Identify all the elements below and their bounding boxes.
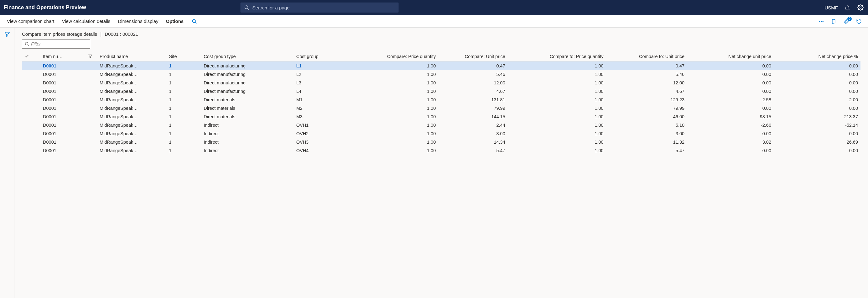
cell-ctup[interactable]: 46.00 (606, 112, 687, 121)
cell-cpq[interactable]: 1.00 (351, 129, 438, 138)
cell-site[interactable]: 1 (167, 146, 202, 155)
cell-cpq[interactable]: 1.00 (351, 78, 438, 87)
cell-ctup[interactable]: 12.00 (606, 78, 687, 87)
cell-site[interactable]: 1 (167, 78, 202, 87)
table-row[interactable]: D0001MidRangeSpeak…1Direct materialsM21.… (22, 104, 861, 112)
col-cost-group[interactable]: Cost group (294, 52, 352, 61)
cell-ncp[interactable]: 0.00 (774, 70, 861, 78)
cell-cg[interactable]: L2 (294, 70, 352, 78)
cell-site[interactable]: 1 (167, 70, 202, 78)
cell-site[interactable]: 1 (167, 138, 202, 146)
cell-cgt[interactable]: Indirect (201, 146, 293, 155)
cell-ctpq[interactable]: 1.00 (508, 112, 606, 121)
table-row[interactable]: D0001MidRangeSpeak…1IndirectOVH11.002.44… (22, 121, 861, 129)
cell-cpq[interactable]: 1.00 (351, 70, 438, 78)
cell-item[interactable]: D0001 (40, 78, 86, 87)
cell-item[interactable]: D0001 (40, 61, 86, 70)
row-selector[interactable] (22, 112, 40, 121)
cell-product[interactable]: MidRangeSpeak… (97, 112, 167, 121)
col-compare-to-price-qty[interactable]: Compare to: Price quantity (508, 52, 606, 61)
cell-item[interactable]: D0001 (40, 87, 86, 96)
cell-cup[interactable]: 3.00 (438, 129, 508, 138)
row-selector[interactable] (22, 121, 40, 129)
cell-nc[interactable]: 0.00 (687, 146, 774, 155)
row-selector[interactable] (22, 129, 40, 138)
select-all-header[interactable] (22, 52, 40, 61)
cell-cup[interactable]: 4.67 (438, 87, 508, 96)
cell-ctpq[interactable]: 1.00 (508, 121, 606, 129)
cell-item[interactable]: D0001 (40, 96, 86, 104)
cell-nc[interactable]: 0.00 (687, 129, 774, 138)
cell-ncp[interactable]: 213.37 (774, 112, 861, 121)
col-item-number[interactable]: Item nu… (40, 52, 86, 61)
row-selector[interactable] (22, 96, 40, 104)
cell-ncp[interactable]: 0.00 (774, 87, 861, 96)
table-row[interactable]: D0001MidRangeSpeak…1Direct materialsM11.… (22, 96, 861, 104)
cell-item[interactable]: D0001 (40, 146, 86, 155)
cell-cup[interactable]: 2.44 (438, 121, 508, 129)
cell-product[interactable]: MidRangeSpeak… (97, 138, 167, 146)
cell-cg[interactable]: M3 (294, 112, 352, 121)
col-filter-icon[interactable] (86, 52, 97, 61)
col-compare-price-qty[interactable]: Compare: Price quantity (351, 52, 438, 61)
cell-ctup[interactable]: 4.67 (606, 87, 687, 96)
global-search[interactable] (240, 2, 398, 12)
cell-product[interactable]: MidRangeSpeak… (97, 104, 167, 112)
cell-item[interactable]: D0001 (40, 129, 86, 138)
action-options[interactable]: Options (162, 15, 188, 27)
cell-cup[interactable]: 0.47 (438, 61, 508, 70)
filter-pane-icon[interactable] (4, 31, 11, 38)
cell-ncp[interactable]: 0.00 (774, 129, 861, 138)
cell-cup[interactable]: 79.99 (438, 104, 508, 112)
cell-ctup[interactable]: 129.23 (606, 96, 687, 104)
cell-cup[interactable]: 5.46 (438, 70, 508, 78)
table-row[interactable]: D0001MidRangeSpeak…1Direct manufacturing… (22, 87, 861, 96)
row-selector[interactable] (22, 70, 40, 78)
cell-site[interactable]: 1 (167, 121, 202, 129)
cell-nc[interactable]: 0.00 (687, 70, 774, 78)
cell-cgt[interactable]: Direct manufacturing (201, 70, 293, 78)
cell-nc[interactable]: 3.02 (687, 138, 774, 146)
cell-ncp[interactable]: -52.14 (774, 121, 861, 129)
cell-cgt[interactable]: Direct manufacturing (201, 78, 293, 87)
cell-cpq[interactable]: 1.00 (351, 138, 438, 146)
cell-product[interactable]: MidRangeSpeak… (97, 146, 167, 155)
cell-product[interactable]: MidRangeSpeak… (97, 70, 167, 78)
cell-nc[interactable]: 0.00 (687, 104, 774, 112)
table-row[interactable]: D0001MidRangeSpeak…1IndirectOVH21.003.00… (22, 129, 861, 138)
action-dimensions-display[interactable]: Dimensions display (114, 15, 162, 27)
action-view-calculation-details[interactable]: View calculation details (58, 15, 114, 27)
cell-cgt[interactable]: Direct materials (201, 112, 293, 121)
cell-cpq[interactable]: 1.00 (351, 104, 438, 112)
cell-cpq[interactable]: 1.00 (351, 121, 438, 129)
cell-cg[interactable]: M1 (294, 96, 352, 104)
cell-ctpq[interactable]: 1.00 (508, 61, 606, 70)
table-row[interactable]: D0001MidRangeSpeak…1Direct manufacturing… (22, 61, 861, 70)
cell-cgt[interactable]: Direct manufacturing (201, 87, 293, 96)
table-row[interactable]: D0001MidRangeSpeak…1Direct manufacturing… (22, 70, 861, 78)
gear-icon[interactable] (857, 4, 864, 11)
cell-nc[interactable]: 0.00 (687, 78, 774, 87)
table-row[interactable]: D0001MidRangeSpeak…1IndirectOVH41.005.47… (22, 146, 861, 155)
cell-cpq[interactable]: 1.00 (351, 146, 438, 155)
cell-cpq[interactable]: 1.00 (351, 112, 438, 121)
cell-site[interactable]: 1 (167, 112, 202, 121)
col-compare-to-unit-price[interactable]: Compare to: Unit price (606, 52, 687, 61)
cell-ctpq[interactable]: 1.00 (508, 87, 606, 96)
cell-cg[interactable]: OVH4 (294, 146, 352, 155)
cell-site[interactable]: 1 (167, 61, 202, 70)
col-net-change-price-pct[interactable]: Net change price % (774, 52, 861, 61)
cell-nc[interactable]: -2.66 (687, 121, 774, 129)
cell-cup[interactable]: 12.00 (438, 78, 508, 87)
cell-site[interactable]: 1 (167, 129, 202, 138)
cell-site[interactable]: 1 (167, 104, 202, 112)
cell-cgt[interactable]: Direct materials (201, 104, 293, 112)
cell-cup[interactable]: 131.81 (438, 96, 508, 104)
cell-site[interactable]: 1 (167, 87, 202, 96)
cell-ctpq[interactable]: 1.00 (508, 78, 606, 87)
cell-product[interactable]: MidRangeSpeak… (97, 121, 167, 129)
cell-cup[interactable]: 14.34 (438, 138, 508, 146)
table-row[interactable]: D0001MidRangeSpeak…1Direct manufacturing… (22, 78, 861, 87)
cell-ctup[interactable]: 11.32 (606, 138, 687, 146)
cell-ctpq[interactable]: 1.00 (508, 96, 606, 104)
